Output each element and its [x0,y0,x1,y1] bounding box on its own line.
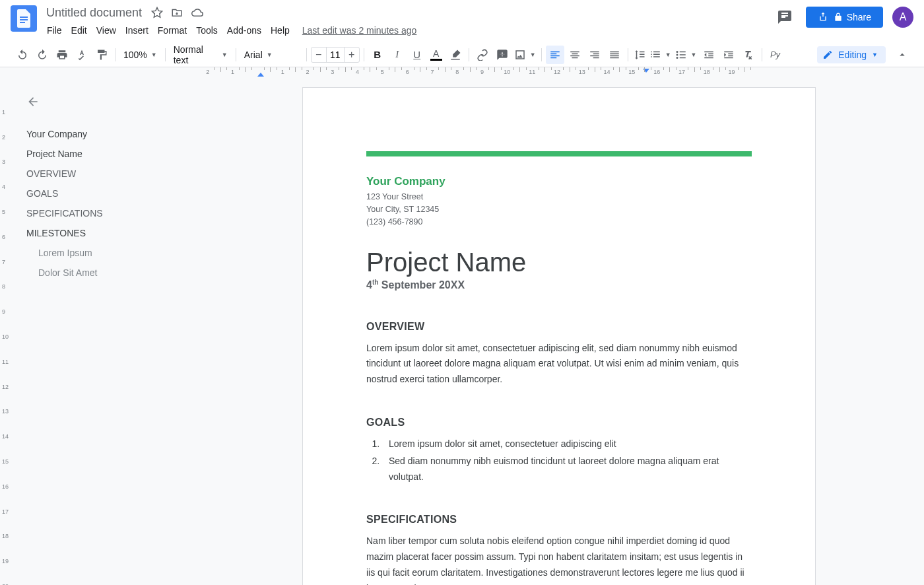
highlight-icon[interactable] [446,46,465,64]
style-dropdown[interactable]: Normal text▼ [170,46,232,64]
share-label: Share [847,12,871,22]
insert-link-icon[interactable] [473,46,492,64]
separator [364,48,364,61]
list-item: Sed diam nonummy nibh euismod tincidunt … [382,454,752,485]
italic-icon[interactable]: I [388,46,407,64]
input-tools-icon[interactable]: Рy [766,46,785,64]
menu-view[interactable]: View [92,22,121,38]
separator [236,48,236,61]
share-button[interactable]: Share [806,7,883,28]
insert-image-dropdown[interactable]: ▼ [513,46,537,64]
increase-indent-icon[interactable] [719,46,738,64]
underline-icon[interactable]: U [408,46,426,64]
body-text: Nam liber tempor cum soluta nobis eleife… [366,533,752,585]
zoom-dropdown[interactable]: 100%▼ [119,46,161,64]
cloud-saved-icon[interactable] [191,7,204,18]
outline-item[interactable]: OVERVIEW [26,164,182,184]
undo-icon[interactable] [13,46,32,64]
menu-insert[interactable]: Insert [121,22,153,38]
header-accent-bar [366,151,752,156]
font-size-input[interactable] [326,48,345,62]
align-center-icon[interactable] [566,46,584,64]
menu-help[interactable]: Help [266,22,294,38]
text-color-icon[interactable]: A [428,48,445,61]
separator [628,48,628,61]
bulleted-list-dropdown[interactable]: ▼ [674,46,698,64]
outline-back-icon[interactable] [26,95,182,108]
print-icon[interactable] [53,46,71,64]
outline-item[interactable]: SPECIFICATIONS [26,203,182,223]
align-left-icon[interactable] [546,46,564,64]
font-size-decrease[interactable]: − [312,48,326,62]
insert-comment-icon[interactable] [493,46,512,64]
address-line: 123 Your Street [366,191,752,203]
outline-item[interactable]: MILESTONES [26,223,182,243]
svg-point-5 [676,57,678,59]
account-avatar[interactable]: A [892,7,913,28]
clear-format-icon[interactable] [739,46,758,64]
collapse-toolbar-icon[interactable] [894,46,911,63]
outline-subitem[interactable]: Dolor Sit Amet [26,263,182,283]
section-heading-specifications: SPECIFICATIONS [366,514,752,526]
line-spacing-dropdown[interactable] [632,46,647,64]
style-value: Normal text [174,44,218,65]
svg-point-3 [676,51,678,53]
company-name: Your Company [366,175,752,188]
outline-item[interactable]: Project Name [26,144,182,164]
move-icon[interactable] [171,7,183,18]
align-right-icon[interactable] [585,46,604,64]
editing-mode-button[interactable]: Editing ▼ [817,46,886,63]
section-heading-overview: OVERVIEW [366,321,752,333]
font-size-control: − + [311,47,360,63]
docs-logo-icon[interactable] [11,5,37,32]
document-page[interactable]: Your Company 123 Your Street Your City, … [302,87,816,585]
menu-edit[interactable]: Edit [67,22,92,38]
project-title: Project Name [366,248,752,277]
star-icon[interactable] [151,7,163,18]
body-text: Lorem ipsum dolor sit amet, consectetuer… [366,341,752,388]
paint-format-icon[interactable] [92,46,111,64]
svg-rect-1 [20,19,28,20]
svg-rect-2 [20,22,25,23]
vertical-ruler[interactable]: 1234567891011121314151617181920 [0,78,11,585]
font-size-increase[interactable]: + [345,48,359,62]
redo-icon[interactable] [33,46,51,64]
separator [115,48,116,61]
menu-file[interactable]: File [42,22,67,38]
comments-icon[interactable] [773,5,797,29]
separator [165,48,166,61]
outline-item[interactable]: GOALS [26,184,182,203]
section-heading-goals: GOALS [366,417,752,429]
left-indent-marker[interactable] [257,73,264,77]
zoom-value: 100% [123,50,147,60]
editing-label: Editing [838,50,867,60]
document-title[interactable]: Untitled document [42,5,146,21]
outline-subitem[interactable]: Lorem Ipsum [26,243,182,263]
goals-list: Lorem ipsum dolor sit amet, consectetuer… [366,436,752,485]
phone: (123) 456-7890 [366,216,752,228]
project-date: 4th September 20XX [366,279,752,291]
font-value: Arial [244,50,263,60]
separator [306,48,307,61]
decrease-indent-icon[interactable] [700,46,718,64]
numbered-list-dropdown[interactable]: ▼ [648,46,673,64]
separator [469,48,469,61]
address-line: Your City, ST 12345 [366,203,752,216]
svg-rect-0 [20,17,28,18]
outline-item[interactable]: Your Company [26,124,182,144]
bold-icon[interactable]: B [368,46,387,64]
list-item: Lorem ipsum dolor sit amet, consectetuer… [382,436,752,452]
menu-tools[interactable]: Tools [191,22,222,38]
last-edit-link[interactable]: Last edit was 2 minutes ago [302,25,417,36]
document-outline: Your Company Project Name OVERVIEW GOALS… [11,78,194,585]
horizontal-ruler[interactable]: 2112345678910111213141516171819 [0,67,924,78]
separator [762,48,762,61]
font-dropdown[interactable]: Arial▼ [240,46,302,64]
svg-point-4 [676,53,678,55]
spellcheck-icon[interactable] [73,46,91,64]
align-justify-icon[interactable] [605,46,624,64]
menu-addons[interactable]: Add-ons [222,22,266,38]
menu-format[interactable]: Format [153,22,191,38]
separator [541,48,542,61]
